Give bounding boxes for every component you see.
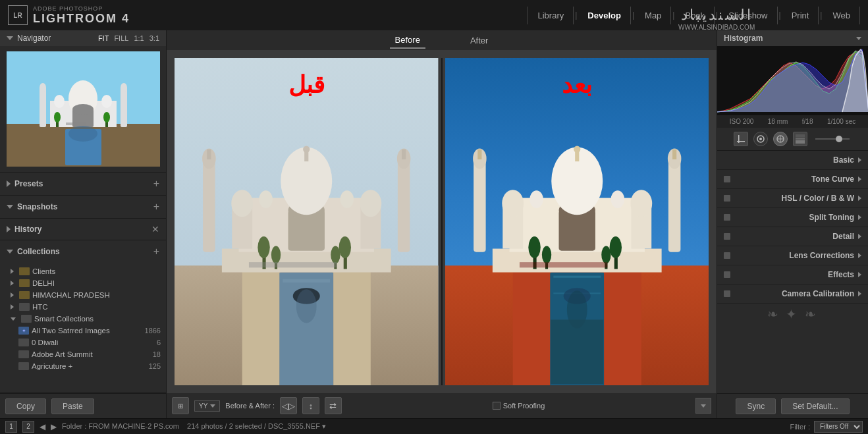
expand-icon [11, 269, 14, 274]
zoom-3-1[interactable]: 3:1 [149, 34, 159, 42]
panel-item-camera-calibration[interactable]: Camera Calibration [717, 285, 868, 304]
history-header[interactable]: History ✕ [0, 219, 166, 240]
panel-toggle[interactable] [724, 214, 730, 221]
list-item[interactable]: Adobe Art Summit 18 [0, 348, 166, 360]
panel-toggle[interactable] [724, 195, 730, 202]
view-mode-label: YY [199, 402, 207, 410]
nav-prev-btn[interactable]: ◀ [40, 422, 45, 431]
panel-toggle[interactable] [724, 176, 730, 182]
panel-item-split-toning[interactable]: Split Toning [717, 208, 868, 227]
list-item[interactable]: Agricuture + 125 [0, 360, 166, 372]
set-default-button[interactable]: Set Default... [781, 398, 849, 414]
nav-print[interactable]: Print [782, 7, 819, 24]
left-bottom-bar: Copy Paste [0, 393, 166, 418]
zoom-1-1[interactable]: 1:1 [134, 34, 144, 42]
divider [441, 58, 443, 385]
nav-next-btn[interactable]: ▶ [51, 422, 57, 431]
exposure-slider[interactable] [813, 132, 852, 146]
list-item[interactable]: HIMACHAL PRADESH [0, 289, 166, 301]
left-panel: Navigator FIT FILL 1:1 3:1 [0, 30, 167, 418]
panel-toggle[interactable] [724, 290, 730, 297]
navigator-header[interactable]: Navigator FIT FILL 1:1 3:1 [0, 30, 166, 46]
list-item[interactable]: DELHI [0, 277, 166, 289]
copy-button[interactable]: Copy [5, 398, 46, 414]
folder-icon [21, 315, 32, 323]
list-item[interactable]: 0 Diwali 6 [0, 337, 166, 348]
list-item[interactable]: Clients [0, 265, 166, 277]
sync-button[interactable]: Sync [736, 398, 776, 414]
collections-add-btn[interactable]: + [153, 246, 159, 258]
filter-dropdown[interactable]: Filters Off [814, 421, 863, 433]
panel-item-detail[interactable]: Detail [717, 227, 868, 246]
spot-removal-tool[interactable] [753, 132, 768, 146]
after-photo-container: بعد [445, 58, 709, 385]
soft-proofing-area: Soft Proofing [493, 402, 545, 410]
mm-info: 18 mm [768, 118, 788, 125]
grid-view-btn[interactable]: ⊞ [172, 397, 189, 414]
svg-point-30 [360, 190, 381, 217]
nav-preview [7, 51, 160, 167]
histogram-header[interactable]: Histogram [717, 30, 868, 46]
right-bottom-bar: Sync Set Default... [717, 393, 868, 418]
nav-map[interactable]: Map [636, 7, 671, 24]
panel-item-basic[interactable]: Basic [717, 151, 868, 170]
snapshots-add-btn[interactable]: + [153, 201, 159, 213]
tab-before[interactable]: Before [390, 32, 425, 49]
right-panel: Histogram ISO 200 [717, 30, 868, 418]
history-close-btn[interactable]: ✕ [151, 224, 159, 234]
presets-header[interactable]: Presets + [0, 173, 166, 195]
nav-web[interactable]: Web [823, 7, 860, 24]
zoom-fit[interactable]: FIT [98, 34, 109, 42]
svg-rect-76 [668, 161, 680, 252]
histogram-svg [717, 46, 868, 115]
svg-point-84 [609, 236, 621, 258]
before-after-btn-2[interactable]: ↕ [302, 397, 319, 414]
before-after-swap-btn[interactable]: ⇄ [325, 397, 342, 414]
folder-icon [19, 279, 30, 287]
svg-rect-38 [203, 161, 215, 252]
presets-add-btn[interactable]: + [153, 178, 159, 190]
red-eye-tool[interactable] [773, 132, 788, 146]
panel-arrow-icon [858, 196, 861, 201]
soft-proofing-checkbox[interactable] [493, 402, 501, 410]
history-label: History [14, 225, 41, 234]
zoom-fill[interactable]: FILL [114, 34, 128, 42]
svg-rect-25 [222, 249, 391, 273]
svg-rect-101 [796, 134, 805, 137]
list-item[interactable]: HTC [0, 301, 166, 313]
svg-rect-80 [672, 149, 676, 159]
view-mode-selector[interactable]: YY [194, 400, 220, 412]
svg-rect-89 [519, 262, 607, 267]
snapshots-label: Snapshots [17, 202, 57, 211]
settings-dropdown-btn[interactable] [695, 398, 711, 414]
histogram-label: Histogram [724, 34, 763, 43]
svg-point-5 [54, 95, 65, 108]
snapshots-header[interactable]: Snapshots + [0, 196, 166, 218]
page-num-2[interactable]: 2 [22, 421, 34, 433]
nav-library[interactable]: Library [528, 7, 574, 24]
collection-name: Agricuture + [32, 362, 146, 370]
presets-label: Presets [14, 179, 43, 188]
panel-item-hsl[interactable]: HSL / Color / B & W [717, 189, 868, 208]
panel-toggle[interactable] [724, 233, 730, 240]
crop-tool[interactable] [734, 132, 748, 146]
collection-count: 125 [149, 362, 161, 370]
svg-rect-62 [492, 249, 661, 273]
page-num-1[interactable]: 1 [5, 421, 17, 433]
panel-toggle[interactable] [724, 252, 730, 259]
svg-rect-8 [121, 88, 127, 127]
nav-develop[interactable]: Develop [578, 7, 631, 24]
graduated-filter-tool[interactable] [793, 132, 807, 146]
collections-header[interactable]: Collections + [0, 240, 166, 263]
panel-item-lens-corrections[interactable]: Lens Corrections [717, 246, 868, 265]
aperture-info: f/18 [802, 118, 813, 125]
list-item[interactable]: Smart Collections [0, 313, 166, 325]
tab-after[interactable]: After [465, 33, 493, 48]
panel-item-effects[interactable]: Effects [717, 265, 868, 285]
list-item[interactable]: ✦ All Two Satrred Images 1866 [0, 325, 166, 337]
panel-item-tone-curve[interactable]: Tone Curve [717, 170, 868, 189]
paste-button[interactable]: Paste [51, 398, 94, 414]
tool-icons-bar [717, 128, 868, 151]
panel-toggle[interactable] [724, 271, 730, 278]
before-after-btn-1[interactable]: ◁▷ [280, 397, 297, 414]
